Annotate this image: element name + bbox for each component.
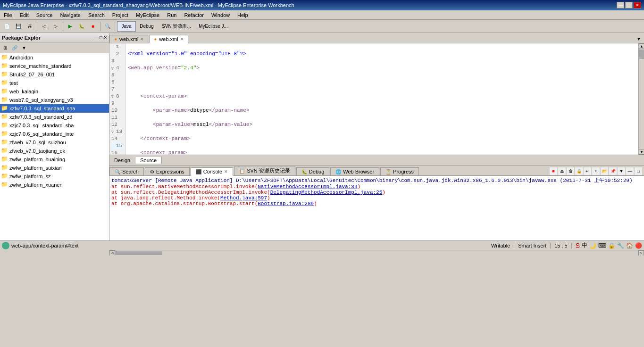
horizontal-scrollbar[interactable]: ◁ ▷ bbox=[109, 250, 644, 256]
collapse-all[interactable]: ⊞ bbox=[1, 43, 9, 52]
word-wrap[interactable]: ↵ bbox=[584, 167, 591, 175]
debug-tab[interactable]: 🐛 Debug bbox=[296, 167, 329, 175]
menu-project[interactable]: Project bbox=[109, 11, 132, 19]
disconnect-console[interactable]: ⏏ bbox=[558, 167, 566, 175]
editor-scrollbar[interactable]: ▲ ▼ bbox=[638, 43, 644, 155]
code-content[interactable]: <?xml version="1.0" encoding="UTF-8"?> <… bbox=[126, 43, 644, 155]
tray-icon-6: 🔧 bbox=[617, 242, 624, 249]
link-method[interactable]: Method.java:597 bbox=[220, 195, 267, 201]
tree-item-xzjc-sha[interactable]: 📁 xzjc7.0.3_sql_standard_sha bbox=[0, 121, 109, 130]
expressions-tab[interactable]: ⚙ Expressions bbox=[145, 167, 190, 175]
source-tab[interactable]: Source bbox=[135, 157, 162, 164]
scroll-thumb[interactable] bbox=[639, 50, 644, 59]
perspective-debug[interactable]: Debug bbox=[137, 21, 157, 32]
hscroll-left[interactable]: ◁ bbox=[109, 250, 115, 256]
menu-source[interactable]: Source bbox=[33, 11, 57, 19]
tree-item-test[interactable]: 📁 test bbox=[0, 79, 109, 87]
tree-item-zwfw-huaining[interactable]: 📁 zwfw_platform_huaining bbox=[0, 155, 109, 164]
menu-window[interactable]: Window bbox=[208, 11, 234, 19]
link-bootstrap[interactable]: Bootstrap.java:289 bbox=[258, 201, 314, 207]
menu-run[interactable]: Run bbox=[163, 11, 180, 19]
tree-item-xzfw[interactable]: 📁 xzfw7.0.3_sql_standard_sha bbox=[0, 104, 109, 113]
svn-tab[interactable]: 📋 SVN 资源历史记录 bbox=[234, 166, 295, 175]
menu-myeclipse[interactable]: MyEclipse bbox=[132, 11, 163, 19]
back-button[interactable]: ◁ bbox=[39, 21, 50, 32]
tree-item-xzjc-inte[interactable]: 📁 xzjc7.0.6_sql_standard_inte bbox=[0, 130, 109, 138]
minimize-button[interactable]: — bbox=[617, 2, 624, 8]
panel-close[interactable]: ✕ bbox=[103, 35, 107, 40]
tree-item-androidpn[interactable]: 📁 Androidpn bbox=[0, 53, 109, 62]
tree-item-wssb[interactable]: 📁 wssb7.0_sql_xiangyang_v3 bbox=[0, 96, 109, 104]
link-native[interactable]: NativeMethodAccessorImpl.java:39 bbox=[258, 184, 357, 190]
menu-file[interactable]: File bbox=[0, 11, 16, 19]
tree-item-zwfw-suixian[interactable]: 📁 zwfw_platform_suixian bbox=[0, 164, 109, 172]
tree-item-struts[interactable]: 📁 Struts2_07_26_001 bbox=[0, 70, 109, 79]
package-explorer-title: Package Explor — □ ✕ bbox=[0, 33, 109, 42]
print-button[interactable]: 🖨 bbox=[25, 21, 35, 32]
forward-button[interactable]: ▷ bbox=[50, 21, 61, 32]
maximize-button[interactable]: □ bbox=[625, 2, 633, 8]
tree-item-zwfw-xuanen[interactable]: 📁 zwfw_platform_xuanen bbox=[0, 181, 109, 189]
search-button[interactable]: 🔍 bbox=[102, 21, 113, 32]
stop-button[interactable]: ■ bbox=[88, 21, 98, 32]
panel-maximize[interactable]: □ bbox=[100, 35, 102, 40]
console-menu[interactable]: ▼ bbox=[618, 167, 625, 175]
web-browser-tab[interactable]: 🌐 Web Browser bbox=[330, 167, 379, 175]
tab-close-1[interactable]: ✕ bbox=[140, 37, 144, 41]
scroll-track[interactable] bbox=[639, 49, 644, 149]
tab-close-2[interactable]: ✕ bbox=[180, 37, 184, 41]
tree-item-zfweb-suizhou[interactable]: 📁 zfweb_v7.0_sql_suizhou bbox=[0, 138, 109, 147]
link-editor[interactable]: 🔗 bbox=[10, 43, 19, 52]
code-line-3 bbox=[128, 79, 642, 86]
tree-item-xzfw-zd[interactable]: 📁 xzfw7.0.3_sql_standard_zd bbox=[0, 113, 109, 121]
menu-refactor[interactable]: Refactor bbox=[180, 11, 208, 19]
tree-item-web-kalaqin[interactable]: 📁 web_kalaqin bbox=[0, 87, 109, 96]
clear-console[interactable]: 🗑 bbox=[567, 167, 574, 175]
menu-search[interactable]: Search bbox=[84, 11, 109, 19]
new-button[interactable]: 📄 bbox=[2, 21, 12, 32]
minimize-panel[interactable]: — bbox=[626, 167, 634, 175]
console-tab[interactable]: ⬛ Console ✕ bbox=[191, 167, 233, 176]
panel-minimize[interactable]: — bbox=[94, 35, 99, 40]
progress-tab[interactable]: ⏳ Progress bbox=[380, 167, 419, 175]
scroll-lock[interactable]: 🔒 bbox=[575, 167, 583, 175]
title-controls[interactable]: — □ ✕ bbox=[617, 2, 641, 8]
perspective-svn[interactable]: SVN 资源库... bbox=[158, 21, 195, 32]
panel-toolbar: ⊞ 🔗 ▼ bbox=[0, 42, 109, 53]
console-close[interactable]: ✕ bbox=[224, 169, 228, 174]
link-delegating[interactable]: DelegatingMethodAccessorImpl.java:25 bbox=[270, 190, 383, 195]
perspective-myeclipse[interactable]: MyEclipse J... bbox=[196, 21, 230, 32]
view-menu[interactable]: ▼ bbox=[20, 43, 28, 52]
folder-icon: 📁 bbox=[1, 130, 8, 138]
tray-icon-1: S bbox=[576, 242, 580, 249]
tree-item-zwfw-sz[interactable]: 📁 zwfw_platform_sz bbox=[0, 172, 109, 181]
hscroll-right[interactable]: ▷ bbox=[638, 250, 644, 256]
open-file[interactable]: 📂 bbox=[601, 167, 608, 175]
stop-console[interactable]: ■ bbox=[550, 167, 557, 175]
run-button[interactable]: ▶ bbox=[65, 21, 75, 32]
hscroll-track[interactable] bbox=[115, 251, 638, 256]
search-tab[interactable]: 🔍 Search bbox=[109, 167, 144, 175]
maximize-panel[interactable]: □ bbox=[635, 167, 642, 175]
menu-help[interactable]: Help bbox=[234, 11, 252, 19]
tree-item-zfweb-taojiang[interactable]: 📁 zfweb_v7.0_taojiang_ok bbox=[0, 147, 109, 155]
pin-console[interactable]: 📌 bbox=[609, 167, 617, 175]
menu-navigate[interactable]: Navigate bbox=[57, 11, 84, 19]
menu-edit[interactable]: Edit bbox=[16, 11, 33, 19]
hscroll-thumb[interactable] bbox=[115, 251, 162, 255]
editor-menu[interactable]: ▼ bbox=[634, 34, 644, 43]
save-button[interactable]: 💾 bbox=[13, 21, 24, 32]
scroll-down[interactable]: ▼ bbox=[639, 149, 644, 155]
tree-item-service[interactable]: 📁 service_machine_standard bbox=[0, 62, 109, 70]
scroll-up[interactable]: ▲ bbox=[639, 43, 644, 49]
perspective-java[interactable]: Java bbox=[117, 21, 136, 32]
editor-tab-2[interactable]: ✦ web.xml ✕ bbox=[149, 35, 188, 43]
close-button[interactable]: ✕ bbox=[634, 2, 641, 8]
folder-icon: 📁 bbox=[1, 139, 8, 146]
folder-icon: 📁 bbox=[1, 79, 8, 87]
tree-label: zfweb_v7.0_sql_suizhou bbox=[9, 140, 66, 145]
design-tab[interactable]: Design bbox=[109, 157, 135, 164]
new-console[interactable]: + bbox=[592, 167, 600, 175]
editor-tab-1[interactable]: ✦ web.xml ✕ bbox=[109, 35, 148, 43]
debug-button[interactable]: 🐛 bbox=[76, 21, 87, 32]
